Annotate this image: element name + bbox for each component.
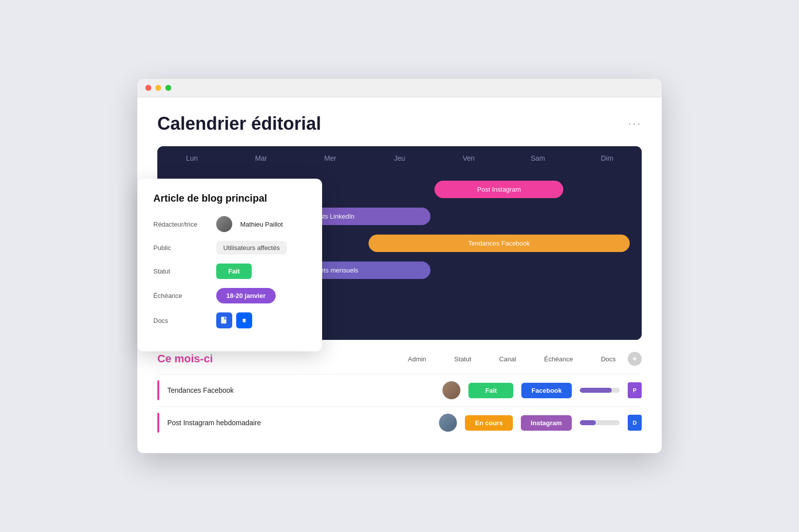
progress-fill-2 [580,420,596,425]
doc-icon-2[interactable]: D [628,415,642,431]
section-title: Ce mois-ci [157,352,213,365]
browser-chrome [137,79,662,97]
cal-day-sam: Sam [503,146,573,170]
status-badge-2[interactable]: En cours [465,415,513,431]
card-date-badge[interactable]: 18-20 janvier [216,288,276,303]
article-detail-card: Article de blog principal Rédacteur/tric… [137,179,322,351]
add-row-button[interactable]: + [628,352,642,366]
table-row: Tendances Facebook Fait Facebook P [157,374,642,406]
progress-bar-1 [580,388,620,393]
card-row-statut: Statut Fait [153,264,306,279]
row-indicator [157,413,159,433]
traffic-light-red [145,85,151,91]
traffic-light-yellow [155,85,161,91]
svg-rect-0 [221,317,226,323]
cal-day-mer: Mer [296,146,365,170]
table-section: Ce mois-ci Admin Statut Canal Échéance D… [137,340,662,439]
cal-day-jeu: Jeu [365,146,434,170]
avatar-img-1 [442,381,460,399]
table-row: Post Instagram hebdomadaire En cours Ins… [157,406,642,439]
col-admin: Admin [408,355,426,363]
card-row-public: Public Utilisateurs affectés [153,241,306,255]
row-title-2: Post Instagram hebdomadaire [167,419,431,427]
avatar-1 [442,381,460,399]
more-options-button[interactable]: ··· [628,117,642,130]
col-echeance: Échéance [544,355,573,363]
card-row-echeance: Échéance 18-20 janvier [153,288,306,303]
channel-badge-1[interactable]: Facebook [521,383,572,398]
page-title: Calendrier éditorial [157,113,321,134]
card-public-value: Utilisateurs affectés [216,241,287,255]
card-label-docs: Docs [153,317,208,324]
avatar-2 [439,414,457,432]
col-canal: Canal [499,355,516,363]
doc-icon-1[interactable]: P [628,382,642,398]
app-header: Calendrier éditorial ··· [157,113,642,134]
calendar-header: LunMarMerJeuVenSamDim [157,146,642,170]
col-statut: Statut [454,355,471,363]
card-label-redacteur: Rédacteur/trice [153,221,208,228]
col-docs: Docs [601,355,616,363]
progress-bar-2 [580,420,620,425]
traffic-light-green [165,85,171,91]
event-post-instagram[interactable]: Post Instagram [434,181,563,198]
card-author-name: Mathieu Paillot [240,221,283,228]
row-title-1: Tendances Facebook [167,386,434,394]
table-header: Ce mois-ci Admin Statut Canal Échéance D… [157,352,642,366]
card-docs-icons [216,312,252,328]
cal-day-mar: Mar [227,146,296,170]
card-title: Article de blog principal [153,193,306,204]
card-row-redacteur: Rédacteur/trice Mathieu Paillot [153,216,306,232]
card-avatar [216,216,232,232]
card-label-echeance: Échéance [153,292,208,299]
card-label-statut: Statut [153,267,208,275]
card-row-docs: Docs [153,312,306,328]
table-column-labels: Admin Statut Canal Échéance Docs [408,355,616,363]
channel-badge-2[interactable]: Instagram [521,415,572,431]
event-tendances-facebook[interactable]: Tendances Facebook [369,235,630,252]
row-indicator [157,380,159,400]
cal-day-dim: Dim [572,146,642,170]
card-doc-dropbox-icon[interactable] [236,312,252,328]
card-status-badge[interactable]: Fait [216,264,252,279]
card-label-public: Public [153,244,208,252]
progress-fill-1 [580,388,612,393]
status-badge-1[interactable]: Fait [468,383,513,398]
avatar-img-2 [439,414,457,432]
card-doc-file-icon[interactable] [216,312,232,328]
cal-day-lun: Lun [157,146,227,170]
cal-day-ven: Ven [434,146,503,170]
